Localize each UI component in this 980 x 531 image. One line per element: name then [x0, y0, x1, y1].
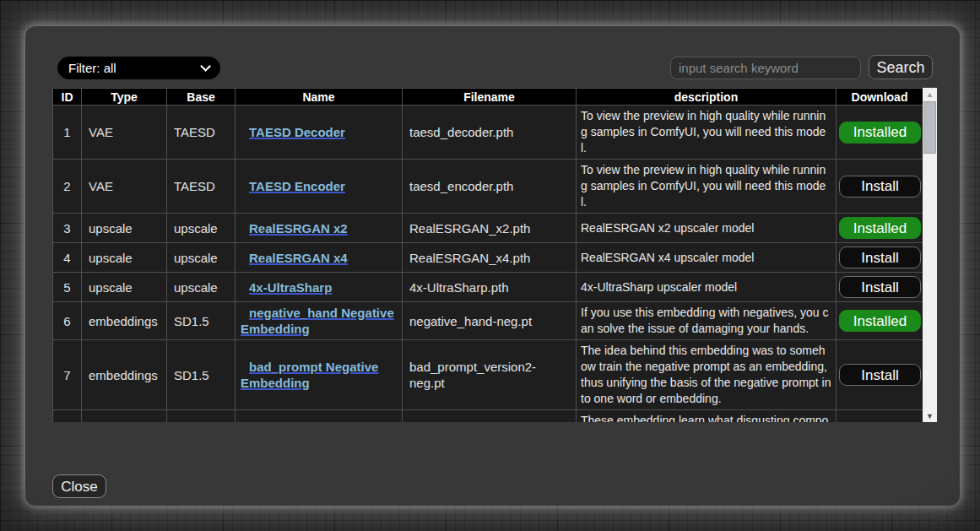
- model-download-cell: Installed: [837, 106, 923, 160]
- search-input[interactable]: [670, 57, 861, 79]
- model-description-cell: These embedding learn what disgusting co…: [577, 410, 837, 423]
- model-name-link[interactable]: TAESD Decoder: [249, 125, 345, 139]
- model-id-cell: 2: [53, 160, 82, 214]
- table-row: 4upscaleupscaleRealESRGAN x4RealESRGAN_x…: [53, 243, 923, 273]
- model-type-cell: upscale: [82, 214, 167, 243]
- model-name-cell: RealESRGAN x2: [236, 214, 403, 243]
- install-button[interactable]: Install: [839, 276, 921, 298]
- scroll-down-icon[interactable]: ▼: [923, 410, 937, 422]
- model-filename-cell: negative_hand-neg.pt: [403, 302, 577, 340]
- model-download-cell: Installed: [837, 214, 923, 243]
- model-download-cell: Install: [837, 243, 923, 273]
- model-name-link[interactable]: bad_prompt Negative Embedding: [241, 360, 378, 390]
- model-type-cell: upscale: [82, 273, 167, 302]
- model-name-cell: [236, 410, 403, 423]
- chevron-down-icon: [200, 61, 211, 72]
- model-filename-cell: RealESRGAN_x4.pth: [403, 243, 577, 273]
- comfyui-canvas: Filter: all Search IDTypeBaseNameFilenam…: [0, 0, 980, 531]
- model-filename-cell: taesd_encoder.pth: [403, 160, 577, 214]
- installed-button[interactable]: Installed: [839, 122, 921, 144]
- model-download-cell: Installed: [837, 302, 923, 340]
- model-id-cell: 5: [53, 273, 82, 302]
- model-name-link[interactable]: RealESRGAN x4: [249, 251, 348, 265]
- install-button[interactable]: Install: [839, 364, 921, 386]
- model-id-cell: 4: [53, 243, 82, 273]
- model-base-cell: TAESD: [167, 106, 236, 160]
- table-header-row: IDTypeBaseNameFilenamedescriptionDownloa…: [53, 89, 923, 106]
- column-header-id: ID: [53, 89, 82, 106]
- install-models-dialog: Filter: all Search IDTypeBaseNameFilenam…: [25, 26, 960, 506]
- filter-select[interactable]: Filter: all: [57, 57, 220, 79]
- model-filename-cell: [403, 410, 577, 423]
- filter-select-value: Filter: all: [68, 61, 200, 75]
- model-type-cell: embeddings: [82, 302, 167, 340]
- scrollbar-thumb[interactable]: [923, 101, 936, 154]
- model-name-cell: RealESRGAN x4: [236, 243, 403, 273]
- column-header-filename: Filename: [403, 89, 577, 106]
- column-header-download: Download: [837, 89, 923, 106]
- model-description-cell: To view the preview in high quality whil…: [577, 106, 837, 160]
- model-type-cell: VAE: [82, 160, 167, 214]
- model-description-cell: The idea behind this embedding was to so…: [577, 340, 837, 410]
- model-base-cell: SD1.5: [167, 302, 236, 340]
- model-filename-cell: 4x-UltraSharp.pth: [403, 273, 577, 302]
- model-id-cell: [53, 410, 82, 423]
- column-header-base: Base: [167, 89, 236, 106]
- model-name-link[interactable]: RealESRGAN x2: [249, 221, 348, 236]
- column-header-type: Type: [82, 89, 167, 106]
- table-scrollbar[interactable]: ▲ ▼: [923, 88, 937, 422]
- model-base-cell: [167, 410, 236, 423]
- model-download-cell: [837, 410, 923, 423]
- model-base-cell: upscale: [167, 243, 236, 273]
- install-button[interactable]: Install: [839, 176, 921, 198]
- close-button[interactable]: Close: [52, 474, 106, 498]
- model-base-cell: TAESD: [167, 160, 236, 214]
- model-description-cell: 4x-UltraSharp upscaler model: [577, 273, 837, 302]
- model-description-cell: RealESRGAN x4 upscaler model: [577, 243, 837, 273]
- table-row: 1VAETAESDTAESD Decodertaesd_decoder.pthT…: [53, 106, 923, 160]
- column-header-description: description: [577, 89, 837, 106]
- table-row: These embedding learn what disgusting co…: [53, 410, 923, 423]
- model-filename-cell: bad_prompt_version2-neg.pt: [403, 340, 577, 410]
- model-filename-cell: RealESRGAN_x2.pth: [403, 214, 577, 243]
- model-description-cell: If you use this embedding with negatives…: [577, 302, 837, 340]
- model-type-cell: [82, 410, 167, 423]
- model-name-cell: negative_hand Negative Embedding: [236, 302, 403, 340]
- model-base-cell: SD1.5: [167, 340, 236, 410]
- model-download-cell: Install: [837, 340, 923, 410]
- model-download-cell: Install: [837, 160, 923, 214]
- table-row: 7embeddingsSD1.5bad_prompt Negative Embe…: [53, 340, 923, 410]
- model-download-cell: Install: [837, 273, 923, 302]
- table-row: 5upscaleupscale4x-UltraSharp4x-UltraShar…: [53, 273, 923, 302]
- model-type-cell: VAE: [82, 106, 167, 160]
- model-id-cell: 6: [53, 302, 82, 340]
- model-id-cell: 1: [53, 106, 82, 160]
- model-id-cell: 3: [53, 214, 82, 243]
- model-name-link[interactable]: negative_hand Negative Embedding: [241, 306, 394, 336]
- model-description-cell: RealESRGAN x2 upscaler model: [577, 214, 837, 243]
- table-row: 6embeddingsSD1.5negative_hand Negative E…: [53, 302, 923, 340]
- scroll-up-icon[interactable]: ▲: [923, 89, 937, 100]
- model-base-cell: upscale: [167, 214, 236, 243]
- model-name-link[interactable]: TAESD Encoder: [249, 179, 345, 193]
- model-description-cell: To view the preview in high quality whil…: [577, 160, 837, 214]
- model-name-cell: TAESD Decoder: [236, 106, 403, 160]
- model-filename-cell: taesd_decoder.pth: [403, 106, 577, 160]
- model-type-cell: upscale: [82, 243, 167, 273]
- model-name-cell: TAESD Encoder: [236, 160, 403, 214]
- install-button[interactable]: Install: [839, 247, 921, 268]
- table-row: 2VAETAESDTAESD Encodertaesd_encoder.pthT…: [53, 160, 923, 214]
- model-name-cell: 4x-UltraSharp: [236, 273, 403, 302]
- model-base-cell: upscale: [167, 273, 236, 302]
- model-id-cell: 7: [53, 340, 82, 410]
- table-row: 3upscaleupscaleRealESRGAN x2RealESRGAN_x…: [53, 214, 923, 243]
- search-button[interactable]: Search: [869, 55, 933, 79]
- models-table: IDTypeBaseNameFilenamedescriptionDownloa…: [52, 88, 923, 422]
- installed-button[interactable]: Installed: [839, 217, 921, 239]
- model-type-cell: embeddings: [82, 340, 167, 410]
- column-header-name: Name: [236, 89, 403, 106]
- model-name-link[interactable]: 4x-UltraSharp: [249, 280, 332, 295]
- model-name-cell: bad_prompt Negative Embedding: [236, 340, 403, 410]
- installed-button[interactable]: Installed: [839, 310, 921, 332]
